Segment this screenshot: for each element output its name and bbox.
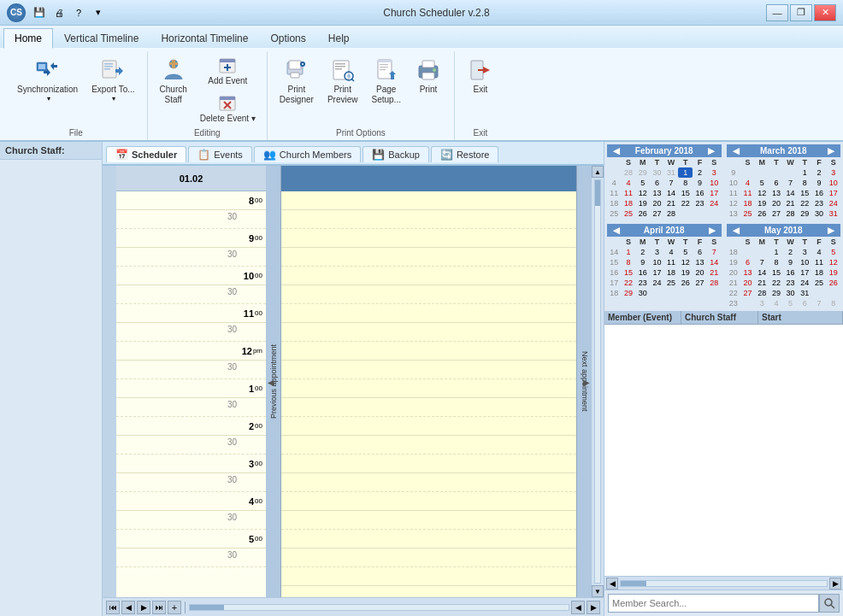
- event-row-4[interactable]: [281, 267, 576, 285]
- minimize-btn[interactable]: —: [766, 4, 788, 21]
- event-grid-header: [281, 166, 576, 191]
- cal-feb-next[interactable]: ▶: [705, 146, 717, 155]
- print-designer-button[interactable]: PrintDesigner: [274, 53, 319, 109]
- save-quick-btn[interactable]: 💾: [31, 4, 48, 21]
- cal-feb-prev[interactable]: ◀: [610, 146, 622, 155]
- nav-last-btn[interactable]: ⏭: [152, 601, 166, 614]
- nav-first-btn[interactable]: ⏮: [106, 601, 120, 614]
- page-setup-button[interactable]: PageSetup...: [366, 53, 405, 109]
- church-staff-button[interactable]: ChurchStaff: [155, 53, 192, 109]
- app-icon: CS: [7, 3, 26, 22]
- cal-may-prev[interactable]: ◀: [730, 226, 742, 235]
- scroll-left-btn[interactable]: ◀: [571, 601, 585, 614]
- cal-mar-prev[interactable]: ◀: [730, 146, 742, 155]
- add-event-icon: [217, 56, 238, 76]
- cal-mar-next[interactable]: ▶: [825, 146, 837, 155]
- time-1-30: 30: [116, 398, 266, 417]
- help-quick-btn[interactable]: ?: [70, 4, 87, 21]
- app-title: Church Scheduler v.2.8: [107, 7, 766, 19]
- svg-rect-18: [289, 61, 301, 69]
- search-button[interactable]: [819, 594, 840, 613]
- church-members-tab-label: Church Members: [280, 150, 351, 160]
- event-row-8[interactable]: [281, 342, 576, 361]
- add-event-button[interactable]: Add Event: [196, 53, 260, 89]
- scroll-area-left-btn[interactable]: ◀: [606, 578, 618, 590]
- horiz-scroll-thumb: [190, 605, 224, 610]
- tab-horizontal-timeline[interactable]: Horizontal Timeline: [150, 28, 259, 48]
- event-row-16[interactable]: [281, 492, 576, 511]
- col-staff-header: Church Staff: [681, 311, 758, 324]
- search-icon: [823, 597, 835, 609]
- nav-next-btn[interactable]: ▶: [137, 601, 150, 614]
- next-appointment-nav[interactable]: Next appointment ▶: [576, 166, 592, 597]
- add-btn[interactable]: +: [168, 601, 181, 614]
- close-btn[interactable]: ✕: [814, 4, 836, 21]
- event-row-19[interactable]: [281, 549, 576, 567]
- event-row-10[interactable]: [281, 379, 576, 398]
- tab-options[interactable]: Options: [259, 28, 316, 48]
- event-grid[interactable]: [281, 166, 576, 597]
- time-3-30: 30: [116, 473, 266, 492]
- event-row-14[interactable]: [281, 455, 576, 473]
- restore-tab[interactable]: 🔄 Restore: [431, 146, 499, 162]
- sync-label: Synchronization: [17, 85, 78, 95]
- export-button[interactable]: Export To... ▾: [86, 53, 139, 106]
- event-row-2[interactable]: [281, 229, 576, 248]
- horiz-scroll-track[interactable]: [189, 604, 569, 611]
- dropdown-quick-btn[interactable]: ▾: [90, 4, 107, 21]
- church-members-tab[interactable]: 👥 Church Members: [254, 146, 361, 162]
- event-row-15[interactable]: [281, 473, 576, 492]
- event-row-21[interactable]: [281, 586, 576, 597]
- event-row-17[interactable]: [281, 511, 576, 530]
- scroll-right-btn[interactable]: ▶: [587, 601, 600, 614]
- event-row-0[interactable]: [281, 191, 576, 210]
- cal-apr-prev[interactable]: ◀: [610, 226, 622, 235]
- events-list-header: Member (Event) Church Staff Start: [604, 311, 843, 325]
- events-tab[interactable]: 📋 Events: [188, 146, 252, 162]
- print-quick-btn[interactable]: 🖨: [50, 4, 68, 21]
- scroll-down-btn[interactable]: ▼: [592, 585, 604, 597]
- event-row-11[interactable]: [281, 398, 576, 417]
- event-row-3[interactable]: [281, 248, 576, 267]
- tab-vertical-timeline[interactable]: Vertical Timeline: [53, 28, 150, 48]
- scroll-up-btn[interactable]: ▲: [592, 166, 604, 178]
- nav-prev-btn[interactable]: ◀: [121, 601, 135, 614]
- event-row-7[interactable]: [281, 323, 576, 342]
- member-search-input[interactable]: [608, 594, 819, 613]
- event-row-13[interactable]: [281, 436, 576, 455]
- exit-label: Exit: [474, 85, 488, 95]
- vert-scroll[interactable]: ▲ ▼: [592, 166, 604, 597]
- event-row-1[interactable]: [281, 210, 576, 229]
- event-row-12[interactable]: [281, 417, 576, 436]
- prev-appointment-nav[interactable]: Previous appointment ◀: [266, 166, 281, 597]
- tab-help[interactable]: Help: [317, 28, 361, 48]
- ribbon-group-editing-items: ChurchStaff Add Event: [155, 53, 260, 126]
- scroll-area-track[interactable]: [620, 580, 828, 587]
- print-button[interactable]: Print: [410, 53, 447, 98]
- cal-apr-next[interactable]: ▶: [706, 226, 718, 235]
- events-tab-icon: 📋: [197, 149, 210, 161]
- sync-button[interactable]: Synchronization ▾: [12, 53, 83, 106]
- cal-may-next[interactable]: ▶: [825, 226, 837, 235]
- exit-button[interactable]: Exit: [462, 53, 499, 98]
- svg-line-41: [831, 605, 834, 608]
- event-row-9[interactable]: [281, 361, 576, 379]
- event-row-20[interactable]: [281, 567, 576, 586]
- time-scroll-area[interactable]: 800 30 900 30 1000 30 1100 30 12pm 30 10…: [116, 191, 266, 597]
- time-8-00: 800: [116, 191, 266, 210]
- delete-event-button[interactable]: Delete Event ▾: [196, 91, 260, 126]
- event-row-18[interactable]: [281, 530, 576, 549]
- events-list-body[interactable]: [604, 325, 843, 576]
- print-preview-button[interactable]: PrintPreview: [322, 53, 363, 109]
- tab-home[interactable]: Home: [3, 28, 53, 49]
- search-bar: [604, 590, 843, 616]
- event-row-5[interactable]: [281, 285, 576, 304]
- scheduler-tab[interactable]: 📅 Scheduler: [106, 146, 186, 162]
- export-dropdown-icon: ▾: [112, 95, 115, 103]
- time-12-00: 12pm: [116, 342, 266, 361]
- restore-btn[interactable]: ❐: [790, 4, 812, 21]
- scroll-area-right-btn[interactable]: ▶: [829, 578, 841, 590]
- delete-event-icon: [217, 93, 238, 114]
- event-row-6[interactable]: [281, 304, 576, 323]
- backup-tab[interactable]: 💾 Backup: [363, 146, 429, 162]
